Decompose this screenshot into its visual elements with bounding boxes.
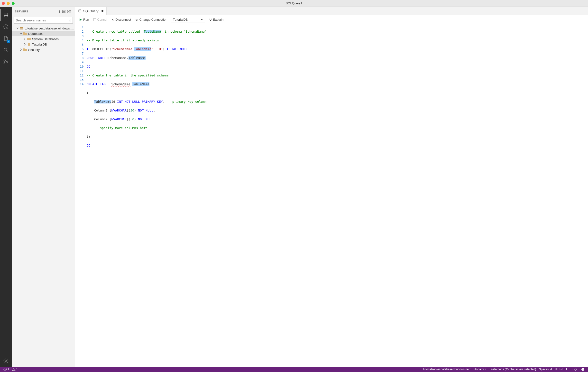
svg-point-8 — [7, 61, 8, 63]
svg-rect-13 — [68, 10, 69, 11]
svg-point-26 — [582, 369, 583, 369]
run-label: Run — [83, 18, 89, 21]
svg-rect-17 — [20, 29, 23, 30]
status-warnings[interactable]: 1 — [11, 368, 20, 371]
close-window-button[interactable] — [2, 2, 5, 5]
svg-rect-20 — [94, 19, 96, 21]
tree-security-row[interactable]: Security — [12, 47, 75, 52]
change-connection-label: Change Connection — [139, 18, 168, 21]
tree-label: tutorialserver.database.windows.n... — [25, 27, 75, 30]
svg-rect-14 — [69, 10, 71, 11]
status-spaces[interactable]: Spaces: 4 — [538, 368, 553, 371]
svg-rect-16 — [20, 27, 23, 28]
explain-label: Explain — [213, 18, 224, 21]
tree-label: System Databases — [32, 37, 59, 41]
status-feedback-icon[interactable] — [580, 368, 586, 371]
tree-server-row[interactable]: tutorialserver.database.windows.n... — [12, 26, 75, 31]
server-search-input[interactable] — [14, 17, 73, 24]
status-lang[interactable]: SQL — [571, 368, 580, 371]
cancel-button[interactable]: Cancel — [92, 17, 109, 22]
code-editor[interactable]: 1234 5678 9101112 1314 -- Create a new t… — [75, 24, 588, 367]
tab-dirty-indicator — [102, 10, 104, 12]
status-encoding[interactable]: UTF-8 — [553, 368, 565, 371]
sidebar: SERVERS ✕ tutorialserver.database.window… — [12, 7, 75, 367]
activity-bar: 1 — [0, 7, 12, 367]
minimize-window-button[interactable] — [7, 2, 10, 5]
server-tree: tutorialserver.database.windows.n... Dat… — [12, 26, 75, 367]
svg-point-3 — [5, 16, 5, 17]
disconnect-label: Disconnect — [115, 18, 131, 21]
database-icon — [27, 42, 31, 46]
disconnect-button[interactable]: Disconnect — [110, 17, 132, 22]
status-eol[interactable]: LF — [565, 368, 571, 371]
tree-sysdb-row[interactable]: System Databases — [12, 36, 75, 42]
svg-point-5 — [4, 48, 7, 51]
svg-point-7 — [4, 63, 5, 64]
tasks-activity-icon[interactable] — [0, 21, 12, 33]
chevron-right-icon — [19, 48, 23, 51]
server-search-box: ✕ — [14, 17, 73, 24]
svg-rect-11 — [62, 10, 65, 11]
traffic-lights — [2, 2, 15, 5]
tree-label: Security — [28, 48, 40, 52]
tree-databases-row[interactable]: Databases — [12, 31, 75, 36]
window-title: SQLQuery1 — [286, 1, 303, 5]
folder-icon — [27, 37, 31, 41]
sidebar-header-title: SERVERS — [15, 10, 56, 13]
line-gutter: 1234 5678 9101112 1314 — [75, 24, 87, 367]
explorer-activity-icon[interactable]: 1 — [0, 33, 12, 44]
search-activity-icon[interactable] — [0, 44, 12, 56]
folder-icon — [23, 48, 27, 52]
statusbar: 1 1 tutorialserver.database.windows.net … — [0, 367, 588, 372]
tab-label: SQLQuery1 — [83, 9, 100, 13]
settings-activity-icon[interactable] — [0, 355, 12, 367]
cancel-label: Cancel — [97, 18, 107, 21]
svg-point-6 — [4, 60, 5, 61]
server-icon — [20, 26, 24, 30]
chevron-down-icon — [16, 27, 20, 30]
folder-icon — [23, 32, 27, 36]
code-content[interactable]: -- Create a new table called 'TableName'… — [87, 24, 207, 367]
source-control-activity-icon[interactable] — [0, 56, 12, 68]
change-connection-button[interactable]: Change Connection — [134, 17, 169, 22]
tree-label: TutorialDB — [32, 43, 47, 46]
svg-rect-12 — [62, 12, 65, 13]
query-toolbar: Run Cancel Disconnect Change Connection … — [75, 15, 588, 24]
tree-label: Databases — [28, 32, 43, 36]
svg-point-19 — [79, 9, 81, 10]
editor-tab[interactable]: SQLQuery1 — [75, 7, 107, 15]
run-button[interactable]: Run — [77, 17, 91, 22]
svg-rect-10 — [57, 10, 59, 13]
servers-activity-icon[interactable] — [0, 9, 12, 21]
svg-point-25 — [581, 368, 584, 371]
titlebar: SQLQuery1 — [0, 0, 588, 7]
maximize-window-button[interactable] — [12, 2, 15, 5]
status-connection[interactable]: tutorialserver.database.windows.net : Tu… — [421, 368, 487, 371]
new-connection-icon[interactable] — [61, 9, 66, 14]
svg-point-2 — [5, 14, 5, 14]
editor-more-button[interactable]: ⋯ — [580, 9, 588, 13]
tabbar: SQLQuery1 ⋯ — [75, 7, 588, 15]
chevron-down-icon — [19, 32, 23, 35]
clear-search-icon[interactable]: ✕ — [69, 19, 71, 22]
editor-region: SQLQuery1 ⋯ Run Cancel Disconnect Change… — [75, 7, 588, 367]
database-dropdown-value: TutorialDB — [173, 18, 188, 21]
new-query-icon[interactable] — [56, 9, 61, 14]
status-errors[interactable]: 1 — [2, 368, 11, 371]
explain-button[interactable]: Explain — [207, 17, 225, 22]
svg-point-9 — [5, 360, 7, 361]
database-dropdown[interactable]: TutorialDB — [171, 17, 205, 22]
files-badge: 1 — [7, 40, 10, 43]
svg-rect-15 — [68, 12, 69, 13]
sidebar-header: SERVERS — [12, 7, 75, 16]
new-group-icon[interactable] — [66, 9, 72, 14]
chevron-right-icon — [23, 38, 27, 40]
sql-file-icon — [78, 9, 82, 13]
svg-point-27 — [583, 369, 584, 369]
tree-tutorialdb-row[interactable]: TutorialDB — [12, 42, 75, 47]
status-selections[interactable]: 5 selections (45 characters selected) — [487, 368, 537, 371]
chevron-right-icon — [23, 43, 27, 45]
